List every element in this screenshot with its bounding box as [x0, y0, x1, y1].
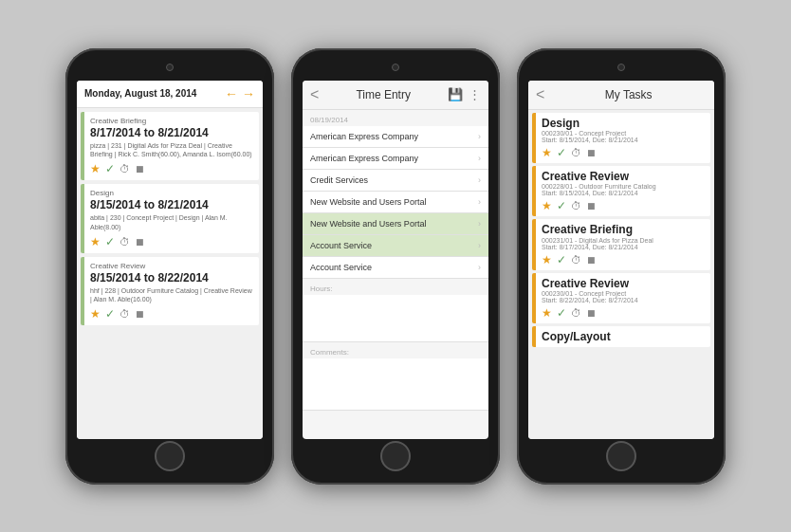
field-arrow-4: › [478, 197, 481, 207]
field-portal-2[interactable]: New Website and Users Portal › [303, 213, 488, 235]
calendar-date: Monday, August 18, 2014 [84, 88, 196, 99]
partial-task-title: Copy/Layout [542, 330, 705, 343]
stop-icon-m1[interactable]: ⏹ [586, 147, 597, 158]
field-arrow-3: › [478, 175, 481, 185]
mytask-4-title: Creative Review [542, 277, 705, 290]
phone-3: < My Tasks Design 000230/01 - Concept Pr… [517, 48, 726, 485]
task-card-2: Design 8/15/2014 to 8/21/2014 abita | 23… [81, 184, 259, 253]
task-1-detail: pizza | 231 | Digital Ads for Pizza Deal… [90, 141, 253, 158]
screen3-title: My Tasks [550, 88, 707, 101]
stop-icon-m3[interactable]: ⏹ [586, 254, 597, 266]
clock-icon-3[interactable]: ⏱ [120, 308, 130, 320]
task-1-actions: ★ ✓ ⏱ ⏹ [90, 162, 253, 175]
clock-icon-1[interactable]: ⏱ [120, 163, 130, 174]
mytask-card-2: Creative Review 000228/01 - Outdoor Furn… [532, 166, 710, 216]
home-button-1[interactable] [155, 441, 185, 471]
screen3-header: < My Tasks [528, 81, 714, 110]
phone-1: Monday, August 18, 2014 ← → Creative Bri… [65, 48, 274, 485]
stop-icon-m4[interactable]: ⏹ [586, 307, 597, 319]
comments-label: Comments: [303, 342, 488, 358]
star-icon-1[interactable]: ★ [90, 162, 101, 175]
task-2-detail: abita | 230 | Concept Project | Design |… [90, 213, 253, 230]
check-icon-m2[interactable]: ✓ [557, 199, 566, 212]
task-3-actions: ★ ✓ ⏱ ⏹ [90, 307, 253, 321]
clock-icon-m1[interactable]: ⏱ [571, 147, 581, 158]
phone-2-top [299, 60, 492, 81]
star-icon-m3[interactable]: ★ [542, 253, 552, 266]
field-arrow-2: › [478, 154, 481, 163]
field-credit[interactable]: Credit Services › [303, 170, 488, 192]
screen2-header: < Time Entry 💾 ⋮ [303, 81, 488, 110]
task-2-title: Design [90, 189, 253, 197]
star-icon-2[interactable]: ★ [90, 235, 101, 248]
check-icon-m4[interactable]: ✓ [557, 306, 566, 320]
mytask-card-4: Creative Review 000230/01 - Concept Proj… [532, 273, 710, 323]
mytask-4-actions: ★ ✓ ⏱ ⏹ [542, 306, 705, 320]
check-icon-1[interactable]: ✓ [105, 162, 115, 175]
phone-2: < Time Entry 💾 ⋮ 08/19/2014 American Exp… [291, 48, 500, 485]
back-button-3[interactable]: < [536, 86, 544, 103]
stop-icon-1[interactable]: ⏹ [135, 163, 145, 174]
mytask-2-dates: Start: 8/15/2014, Due: 8/21/2014 [542, 190, 705, 196]
star-icon-m2[interactable]: ★ [542, 199, 552, 212]
task-card-3: Creative Review 8/15/2014 to 8/22/2014 h… [81, 257, 259, 326]
more-options-icon[interactable]: ⋮ [469, 87, 481, 101]
camera-1 [166, 64, 174, 71]
field-company-1[interactable]: American Express Company › [303, 126, 488, 148]
phone-2-screen: < Time Entry 💾 ⋮ 08/19/2014 American Exp… [303, 81, 488, 439]
screen2-title: Time Entry [356, 88, 411, 101]
forward-arrow-icon[interactable]: → [242, 86, 255, 101]
check-icon-m1[interactable]: ✓ [557, 146, 566, 159]
task-2-actions: ★ ✓ ⏱ ⏹ [90, 235, 253, 248]
check-icon-3[interactable]: ✓ [105, 307, 115, 321]
comments-input[interactable] [303, 358, 488, 411]
check-icon-2[interactable]: ✓ [105, 235, 115, 248]
stop-icon-m2[interactable]: ⏹ [586, 200, 597, 211]
home-button-2[interactable] [380, 441, 411, 471]
task-3-title: Creative Review [90, 262, 253, 270]
mytask-card-partial: Copy/Layout [532, 326, 710, 347]
mytask-1-code: 000230/01 - Concept Project [542, 130, 705, 137]
clock-icon-2[interactable]: ⏱ [120, 236, 130, 248]
field-arrow-5: › [478, 219, 481, 229]
home-button-3[interactable] [606, 441, 636, 471]
save-icon[interactable]: 💾 [448, 87, 463, 101]
hours-label: Hours: [303, 279, 488, 295]
field-company-2[interactable]: American Express Company › [303, 148, 488, 170]
screen-3: < My Tasks Design 000230/01 - Concept Pr… [528, 81, 714, 439]
mytask-1-actions: ★ ✓ ⏱ ⏹ [542, 146, 705, 159]
field-account-1-label: Account Service [310, 241, 372, 250]
camera-2 [392, 64, 399, 71]
check-icon-m3[interactable]: ✓ [557, 253, 566, 266]
screen1-header: Monday, August 18, 2014 ← → [77, 81, 263, 108]
task-1-title: Creative Briefing [90, 117, 253, 125]
mytask-1-dates: Start: 8/15/2014, Due: 8/21/2014 [542, 137, 705, 143]
star-icon-m4[interactable]: ★ [542, 306, 552, 320]
hours-input[interactable] [303, 295, 488, 342]
stop-icon-2[interactable]: ⏹ [135, 236, 145, 248]
field-company-2-label: American Express Company [310, 154, 418, 163]
field-account-2-label: Account Service [310, 263, 372, 272]
mytask-2-actions: ★ ✓ ⏱ ⏹ [542, 199, 705, 212]
clock-icon-m4[interactable]: ⏱ [571, 307, 581, 319]
clock-icon-m3[interactable]: ⏱ [571, 254, 581, 266]
nav-icons: ← → [225, 86, 255, 101]
task-card-1: Creative Briefing 8/17/2014 to 8/21/2014… [81, 112, 259, 181]
field-arrow-1: › [478, 132, 481, 141]
task-2-daterange: 8/15/2014 to 8/21/2014 [90, 198, 253, 211]
back-button-2[interactable]: < [310, 86, 319, 103]
star-icon-m1[interactable]: ★ [542, 146, 552, 159]
field-portal-1[interactable]: New Website and Users Portal › [303, 192, 488, 213]
back-arrow-icon[interactable]: ← [225, 86, 238, 101]
stop-icon-3[interactable]: ⏹ [135, 308, 145, 320]
clock-icon-m2[interactable]: ⏱ [571, 200, 581, 211]
mytask-3-dates: Start: 8/17/2014, Due: 8/21/2014 [542, 244, 705, 250]
phone-1-top [73, 60, 267, 81]
mytask-4-code: 000230/01 - Concept Project [542, 290, 705, 297]
star-icon-3[interactable]: ★ [90, 307, 101, 321]
field-account-2[interactable]: Account Service › [303, 257, 488, 279]
mytask-2-title: Creative Review [542, 170, 705, 183]
mytask-3-code: 000231/01 - Digital Ads for Pizza Deal [542, 237, 705, 244]
camera-3 [617, 64, 625, 71]
field-account-1[interactable]: Account Service › [303, 235, 488, 257]
